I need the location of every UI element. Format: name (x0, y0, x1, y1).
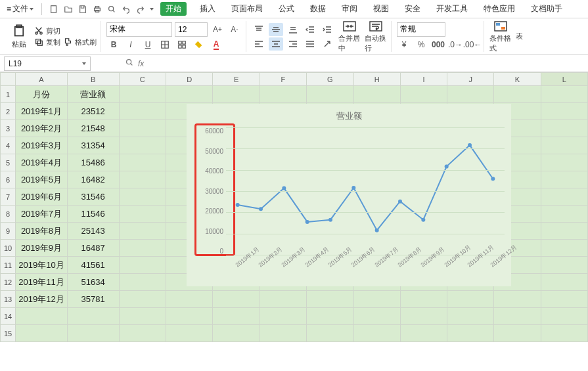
row-header-11[interactable]: 11 (1, 257, 16, 274)
merge-center-button[interactable]: 合并居中 (338, 20, 361, 53)
qat-dropdown-icon[interactable] (150, 8, 154, 11)
row-header-15[interactable]: 15 (1, 325, 16, 342)
cell-A2[interactable]: 2019年1月 (16, 103, 67, 120)
zoom-to-selection-icon[interactable] (125, 58, 134, 69)
cell-A5[interactable]: 2019年4月 (16, 154, 67, 171)
cell-C8[interactable] (119, 206, 166, 223)
cell-B7[interactable]: 31546 (67, 188, 119, 206)
row-header-2[interactable]: 2 (1, 103, 16, 120)
number-format-select[interactable] (397, 22, 445, 37)
cell-I15[interactable] (400, 325, 447, 342)
col-header-H[interactable]: H (353, 73, 400, 86)
bold-button[interactable]: B (106, 38, 121, 51)
cell-B13[interactable]: 35781 (67, 291, 119, 308)
cell-C10[interactable] (119, 240, 166, 257)
copy-button[interactable]: 复制 (34, 37, 60, 47)
row-header-10[interactable]: 10 (1, 240, 16, 257)
cell-L2[interactable] (541, 103, 587, 120)
cell-G1[interactable] (307, 86, 353, 103)
cell-L8[interactable] (541, 206, 587, 223)
cell-L1[interactable] (541, 86, 587, 103)
new-icon[interactable] (49, 4, 59, 14)
tab-security[interactable]: 安全 (402, 2, 423, 16)
cell-D15[interactable] (166, 325, 213, 342)
cell-J15[interactable] (447, 325, 494, 342)
tab-start[interactable]: 开始 (160, 2, 187, 16)
orientation-icon[interactable] (320, 37, 334, 51)
comma-icon[interactable]: 000 (431, 38, 445, 51)
cell-J13[interactable] (447, 291, 494, 308)
col-header-L[interactable]: L (541, 73, 587, 86)
cell-B14[interactable] (67, 308, 119, 325)
col-header-B[interactable]: B (67, 73, 119, 86)
cell-A3[interactable]: 2019年2月 (16, 120, 67, 137)
cell-L12[interactable] (541, 274, 587, 291)
wrap-text-button[interactable]: 自动换行 (365, 20, 387, 53)
cell-A4[interactable]: 2019年3月 (16, 137, 67, 154)
cell-C11[interactable] (119, 257, 166, 274)
fx-icon[interactable]: fx (138, 59, 144, 68)
cell-L7[interactable] (541, 188, 587, 206)
underline-button[interactable]: U (141, 38, 155, 51)
cell-B5[interactable]: 15486 (67, 154, 119, 171)
col-header-C[interactable]: C (119, 73, 166, 86)
cell-A14[interactable] (16, 308, 67, 325)
spreadsheet-grid[interactable]: ABCDEFGHIJKL1月份营业额22019年1月2351232019年2月2… (0, 72, 588, 371)
align-middle-icon[interactable] (269, 23, 283, 36)
cell-C15[interactable] (119, 325, 166, 342)
cell-L13[interactable] (541, 291, 587, 308)
redo-icon[interactable] (135, 4, 146, 14)
cell-E15[interactable] (213, 325, 260, 342)
decrease-font-icon[interactable]: A- (227, 23, 242, 36)
cell-B1[interactable]: 营业额 (67, 86, 119, 103)
align-top-icon[interactable] (252, 23, 266, 36)
cell-J1[interactable] (447, 86, 494, 103)
col-header-E[interactable]: E (213, 73, 260, 86)
row-header-3[interactable]: 3 (1, 120, 16, 137)
cell-E13[interactable] (213, 291, 260, 308)
row-header-6[interactable]: 6 (1, 171, 16, 188)
row-header-12[interactable]: 12 (1, 274, 16, 291)
format-painter-button[interactable]: 格式刷 (63, 37, 97, 47)
cell-K14[interactable] (494, 308, 541, 325)
cell-B8[interactable]: 11546 (67, 206, 119, 223)
row-header-9[interactable]: 9 (1, 223, 16, 240)
cell-B2[interactable]: 23512 (67, 103, 119, 120)
tab-special[interactable]: 特色应用 (481, 2, 518, 16)
cell-I14[interactable] (400, 308, 447, 325)
decrease-indent-icon[interactable] (303, 23, 317, 36)
cell-L3[interactable] (541, 120, 587, 137)
cell-C2[interactable] (119, 103, 166, 120)
col-header-D[interactable]: D (166, 73, 213, 86)
cell-C9[interactable] (119, 223, 166, 240)
tab-doc-helper[interactable]: 文档助手 (528, 2, 565, 16)
cell-E14[interactable] (213, 308, 260, 325)
col-header-A[interactable]: A (16, 73, 67, 86)
table-styles-label[interactable]: 表 (516, 32, 523, 41)
cell-L6[interactable] (541, 171, 587, 188)
col-header-J[interactable]: J (447, 73, 494, 86)
cell-H1[interactable] (353, 86, 400, 103)
cell-B4[interactable]: 31354 (67, 137, 119, 154)
cell-A1[interactable]: 月份 (16, 86, 67, 103)
print-preview-icon[interactable] (106, 4, 117, 14)
percent-icon[interactable]: % (414, 38, 428, 51)
cell-K1[interactable] (494, 86, 541, 103)
cell-C4[interactable] (119, 137, 166, 154)
tab-insert[interactable]: 插入 (197, 2, 218, 16)
chart[interactable]: 营业额 6000050000400003000020000100000 2019… (187, 104, 511, 286)
cell-styles-button[interactable] (175, 38, 189, 51)
increase-decimal-icon[interactable]: .0→ (448, 38, 463, 51)
tab-data[interactable]: 数据 (307, 2, 328, 16)
cell-A8[interactable]: 2019年7月 (16, 206, 67, 223)
cell-H15[interactable] (353, 325, 400, 342)
row-header-5[interactable]: 5 (1, 154, 16, 171)
cell-L15[interactable] (541, 325, 587, 342)
paste-button[interactable]: 粘贴 (8, 24, 30, 49)
font-color-button[interactable]: A (209, 38, 223, 51)
cell-C5[interactable] (119, 154, 166, 171)
cell-L10[interactable] (541, 240, 587, 257)
italic-button[interactable]: I (124, 38, 138, 51)
cell-A7[interactable]: 2019年6月 (16, 188, 67, 206)
cell-C6[interactable] (119, 171, 166, 188)
